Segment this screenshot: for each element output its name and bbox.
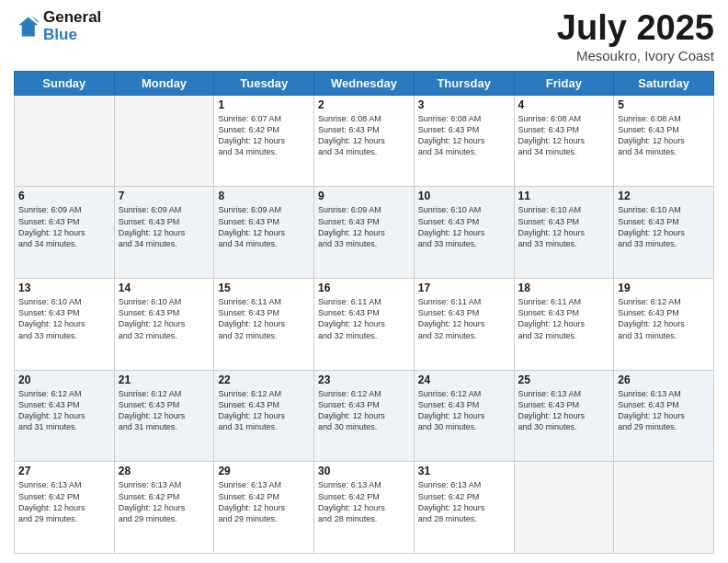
day-number: 30: [318, 465, 410, 477]
table-row: 14Sunrise: 6:10 AM Sunset: 6:43 PM Dayli…: [114, 279, 214, 371]
day-number: 16: [318, 282, 410, 294]
calendar-table: Sunday Monday Tuesday Wednesday Thursday…: [14, 71, 714, 554]
table-row: 6Sunrise: 6:09 AM Sunset: 6:43 PM Daylig…: [15, 187, 115, 279]
calendar-week-row: 20Sunrise: 6:12 AM Sunset: 6:43 PM Dayli…: [15, 370, 714, 462]
col-sunday: Sunday: [15, 71, 115, 95]
calendar-week-row: 27Sunrise: 6:13 AM Sunset: 6:42 PM Dayli…: [15, 462, 714, 554]
table-row: 10Sunrise: 6:10 AM Sunset: 6:43 PM Dayli…: [414, 187, 514, 279]
table-row: 25Sunrise: 6:13 AM Sunset: 6:43 PM Dayli…: [514, 370, 614, 462]
day-number: 26: [618, 373, 710, 386]
table-row: 1Sunrise: 6:07 AM Sunset: 6:42 PM Daylig…: [214, 95, 314, 187]
calendar-week-row: 13Sunrise: 6:10 AM Sunset: 6:43 PM Dayli…: [15, 279, 714, 371]
table-row: [514, 462, 614, 554]
day-info: Sunrise: 6:10 AM Sunset: 6:43 PM Dayligh…: [518, 204, 610, 249]
logo-general: General: [43, 9, 101, 27]
day-number: 11: [518, 190, 610, 202]
header: General Blue July 2025 Mesoukro, Ivory C…: [14, 9, 714, 63]
day-number: 14: [119, 282, 210, 294]
day-info: Sunrise: 6:10 AM Sunset: 6:43 PM Dayligh…: [618, 204, 710, 249]
day-number: 1: [218, 98, 310, 111]
day-number: 7: [119, 190, 210, 202]
table-row: 22Sunrise: 6:12 AM Sunset: 6:43 PM Dayli…: [214, 370, 314, 462]
table-row: 12Sunrise: 6:10 AM Sunset: 6:43 PM Dayli…: [614, 187, 714, 279]
day-number: 20: [18, 373, 110, 386]
day-info: Sunrise: 6:12 AM Sunset: 6:43 PM Dayligh…: [618, 296, 710, 341]
day-number: 4: [518, 98, 610, 111]
table-row: 13Sunrise: 6:10 AM Sunset: 6:43 PM Dayli…: [15, 279, 115, 371]
day-number: 18: [518, 282, 610, 294]
table-row: 8Sunrise: 6:09 AM Sunset: 6:43 PM Daylig…: [214, 187, 314, 279]
col-wednesday: Wednesday: [314, 71, 415, 95]
day-info: Sunrise: 6:07 AM Sunset: 6:42 PM Dayligh…: [218, 113, 310, 158]
table-row: 2Sunrise: 6:08 AM Sunset: 6:43 PM Daylig…: [314, 95, 415, 187]
day-number: 23: [318, 373, 410, 386]
table-row: 3Sunrise: 6:08 AM Sunset: 6:43 PM Daylig…: [414, 95, 514, 187]
table-row: 27Sunrise: 6:13 AM Sunset: 6:42 PM Dayli…: [15, 462, 115, 554]
day-number: 12: [618, 190, 710, 202]
day-info: Sunrise: 6:08 AM Sunset: 6:43 PM Dayligh…: [618, 113, 710, 158]
day-number: 27: [18, 465, 110, 477]
table-row: [614, 462, 714, 554]
main-title: July 2025: [557, 9, 714, 48]
day-info: Sunrise: 6:13 AM Sunset: 6:42 PM Dayligh…: [418, 479, 510, 524]
day-number: 9: [318, 190, 410, 202]
day-number: 22: [218, 373, 310, 386]
day-number: 24: [418, 373, 510, 386]
table-row: 7Sunrise: 6:09 AM Sunset: 6:43 PM Daylig…: [114, 187, 214, 279]
day-info: Sunrise: 6:13 AM Sunset: 6:43 PM Dayligh…: [518, 388, 610, 433]
table-row: 21Sunrise: 6:12 AM Sunset: 6:43 PM Dayli…: [114, 370, 214, 462]
day-number: 5: [618, 98, 710, 111]
day-info: Sunrise: 6:12 AM Sunset: 6:43 PM Dayligh…: [18, 388, 110, 433]
day-info: Sunrise: 6:09 AM Sunset: 6:43 PM Dayligh…: [18, 204, 110, 249]
day-number: 28: [119, 465, 210, 477]
table-row: 30Sunrise: 6:13 AM Sunset: 6:42 PM Dayli…: [314, 462, 415, 554]
title-block: July 2025 Mesoukro, Ivory Coast: [557, 9, 714, 63]
day-info: Sunrise: 6:12 AM Sunset: 6:43 PM Dayligh…: [418, 388, 510, 433]
table-row: 15Sunrise: 6:11 AM Sunset: 6:43 PM Dayli…: [214, 279, 314, 371]
day-number: 6: [18, 190, 110, 202]
logo: General Blue: [14, 9, 101, 43]
table-row: 17Sunrise: 6:11 AM Sunset: 6:43 PM Dayli…: [414, 279, 514, 371]
table-row: 31Sunrise: 6:13 AM Sunset: 6:42 PM Dayli…: [414, 462, 514, 554]
table-row: 16Sunrise: 6:11 AM Sunset: 6:43 PM Dayli…: [314, 279, 415, 371]
day-info: Sunrise: 6:09 AM Sunset: 6:43 PM Dayligh…: [218, 204, 310, 249]
calendar-week-row: 6Sunrise: 6:09 AM Sunset: 6:43 PM Daylig…: [15, 187, 714, 279]
table-row: 20Sunrise: 6:12 AM Sunset: 6:43 PM Dayli…: [15, 370, 115, 462]
day-info: Sunrise: 6:08 AM Sunset: 6:43 PM Dayligh…: [518, 113, 610, 158]
logo-blue: Blue: [43, 27, 101, 44]
day-number: 2: [318, 98, 410, 111]
logo-icon: [14, 14, 40, 40]
day-info: Sunrise: 6:13 AM Sunset: 6:43 PM Dayligh…: [618, 388, 710, 433]
table-row: 18Sunrise: 6:11 AM Sunset: 6:43 PM Dayli…: [514, 279, 614, 371]
day-info: Sunrise: 6:11 AM Sunset: 6:43 PM Dayligh…: [318, 296, 410, 341]
table-row: 9Sunrise: 6:09 AM Sunset: 6:43 PM Daylig…: [314, 187, 415, 279]
day-info: Sunrise: 6:11 AM Sunset: 6:43 PM Dayligh…: [218, 296, 310, 341]
table-row: 19Sunrise: 6:12 AM Sunset: 6:43 PM Dayli…: [614, 279, 714, 371]
day-info: Sunrise: 6:13 AM Sunset: 6:42 PM Dayligh…: [318, 479, 410, 524]
calendar-week-row: 1Sunrise: 6:07 AM Sunset: 6:42 PM Daylig…: [15, 95, 714, 187]
day-info: Sunrise: 6:08 AM Sunset: 6:43 PM Dayligh…: [418, 113, 510, 158]
table-row: 11Sunrise: 6:10 AM Sunset: 6:43 PM Dayli…: [514, 187, 614, 279]
day-number: 29: [218, 465, 310, 477]
table-row: 5Sunrise: 6:08 AM Sunset: 6:43 PM Daylig…: [614, 95, 714, 187]
day-number: 31: [418, 465, 510, 477]
day-info: Sunrise: 6:10 AM Sunset: 6:43 PM Dayligh…: [18, 296, 110, 341]
day-info: Sunrise: 6:12 AM Sunset: 6:43 PM Dayligh…: [218, 388, 310, 433]
calendar-header-row: Sunday Monday Tuesday Wednesday Thursday…: [15, 71, 714, 95]
day-info: Sunrise: 6:12 AM Sunset: 6:43 PM Dayligh…: [119, 388, 210, 433]
day-info: Sunrise: 6:11 AM Sunset: 6:43 PM Dayligh…: [518, 296, 610, 341]
day-info: Sunrise: 6:09 AM Sunset: 6:43 PM Dayligh…: [119, 204, 210, 249]
day-info: Sunrise: 6:13 AM Sunset: 6:42 PM Dayligh…: [218, 479, 310, 524]
subtitle: Mesoukro, Ivory Coast: [557, 48, 714, 63]
day-info: Sunrise: 6:13 AM Sunset: 6:42 PM Dayligh…: [18, 479, 110, 524]
table-row: 23Sunrise: 6:12 AM Sunset: 6:43 PM Dayli…: [314, 370, 415, 462]
day-info: Sunrise: 6:08 AM Sunset: 6:43 PM Dayligh…: [318, 113, 410, 158]
page: General Blue July 2025 Mesoukro, Ivory C…: [0, 0, 728, 563]
day-number: 19: [618, 282, 710, 294]
table-row: 29Sunrise: 6:13 AM Sunset: 6:42 PM Dayli…: [214, 462, 314, 554]
col-thursday: Thursday: [414, 71, 514, 95]
col-monday: Monday: [114, 71, 214, 95]
day-number: 10: [418, 190, 510, 202]
day-info: Sunrise: 6:10 AM Sunset: 6:43 PM Dayligh…: [119, 296, 210, 341]
day-number: 8: [218, 190, 310, 202]
